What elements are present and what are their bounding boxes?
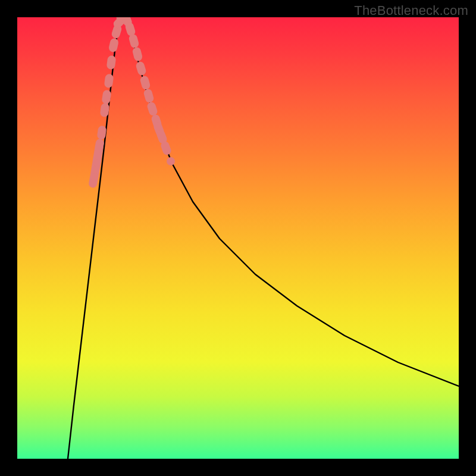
overlay-dash (113, 43, 114, 48)
overlay-dash (101, 130, 102, 136)
overlay-dash (104, 108, 105, 113)
overlay-dash (99, 143, 100, 149)
overlay-dash (111, 60, 111, 65)
overlay-dash (106, 95, 107, 100)
overlay-dash (130, 27, 131, 32)
overlay-dash (161, 134, 162, 139)
overlay-dash (165, 146, 167, 151)
watermark-text: TheBottleneck.com (354, 3, 468, 18)
overlay-dash (126, 17, 127, 22)
overlay-dash (148, 93, 149, 99)
bottleneck-curve (68, 17, 459, 459)
plot-area (17, 17, 459, 459)
chart-svg (17, 17, 459, 459)
dotted-overlay (93, 17, 171, 183)
overlay-dash (137, 52, 138, 57)
overlay-dash (140, 66, 142, 71)
overlay-dash (145, 80, 146, 86)
overlay-dash (108, 79, 109, 84)
overlay-dash (116, 29, 118, 35)
overlay-dash (152, 107, 154, 112)
chart-frame: TheBottleneck.com (0, 0, 476, 476)
overlay-dash (133, 39, 134, 44)
